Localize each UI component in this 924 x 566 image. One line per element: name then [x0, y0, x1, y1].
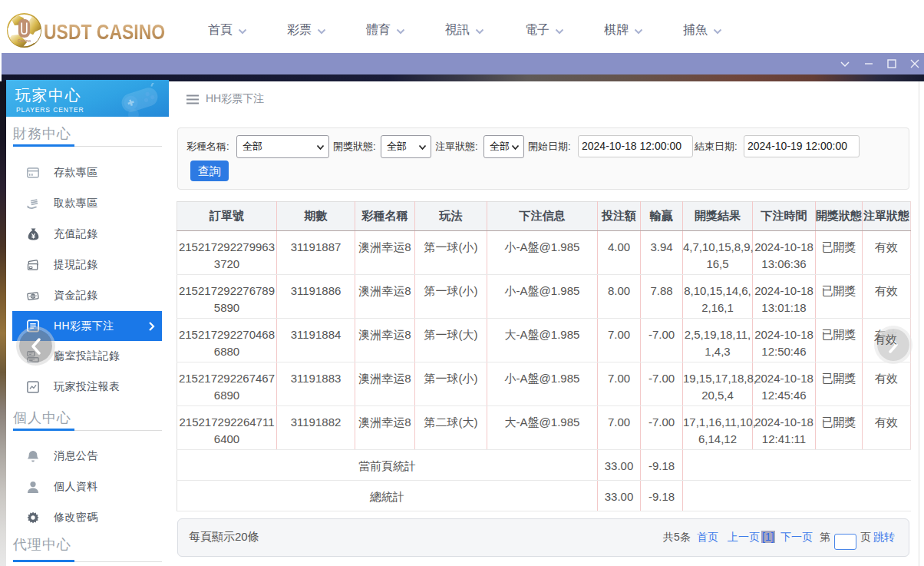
svg-text:Casino: Casino — [18, 38, 31, 43]
